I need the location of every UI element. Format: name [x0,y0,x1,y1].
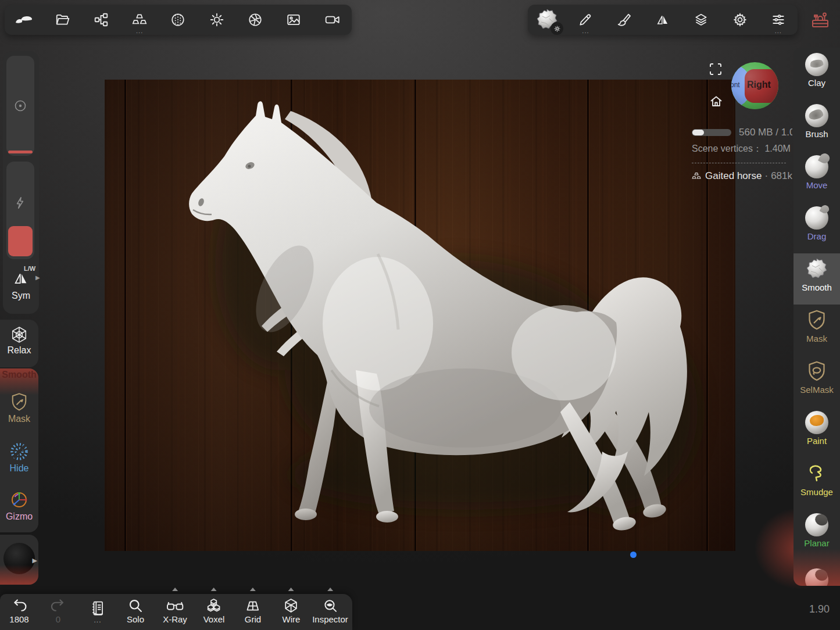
tool-selmask[interactable]: SelMask [793,356,840,407]
relax-web-icon [9,325,29,344]
radius-slider[interactable] [6,56,34,156]
voxel-cubes-icon [206,597,222,614]
intensity-lightning-icon [13,195,28,210]
scene-object-row[interactable]: Gaited horse · 681k [692,170,792,182]
tweaks-button[interactable]: ... [759,5,798,35]
clay-sphere-icon [805,53,828,76]
mask-tool-button[interactable]: Mask [0,392,38,424]
wireframe-hexagon-icon [283,597,299,614]
brush-settings-badge[interactable] [551,22,563,35]
grid-button[interactable]: Grid [245,594,261,624]
memory-bar-fill [692,130,704,135]
fullscreen-button[interactable] [709,63,722,76]
tool-drag[interactable]: Drag [793,202,840,253]
painting-button[interactable] [605,5,644,35]
undo-count: 1808 [9,614,28,624]
move-sphere-icon [805,155,828,178]
tool-label: Paint [793,436,840,446]
stroke-button[interactable]: ... [566,5,605,35]
brush-sphere-icon [805,104,828,127]
tool-move[interactable]: Move [793,151,840,202]
tool-planar[interactable]: Planar [793,509,840,560]
scene-vertices-label: Scene vertices： [692,144,762,153]
scene-page-indicator-dot[interactable] [630,552,637,558]
horse-model[interactable] [105,80,735,551]
solo-magnifier-icon [127,597,144,614]
matcap-panel[interactable]: ▶ [0,535,38,585]
toolbox-button[interactable] [807,7,834,33]
sym-button[interactable] [11,270,31,287]
redo-count: 0 [49,614,67,624]
app-logo-button[interactable] [5,5,43,35]
notes-button[interactable]: ... [90,594,105,623]
inspector-caret [327,588,333,591]
lighting-button[interactable] [198,5,236,35]
tool-label: Move [793,180,840,190]
layers-button[interactable] [682,5,720,35]
tool-mask[interactable]: Mask [793,305,840,356]
scene-graph-button[interactable] [82,5,120,35]
wire-label: Wire [283,614,301,624]
topology-button[interactable]: ... [120,5,159,35]
tool-smooth[interactable]: Smooth [793,253,840,305]
mask-label: Mask [0,414,38,424]
tool-smudge[interactable]: Smudge [793,458,840,509]
tool-label: Clay [793,78,840,88]
postprocess-button[interactable] [236,5,274,35]
tool-paint[interactable]: Paint [793,407,840,458]
postprocess-aperture-icon [248,12,263,27]
material-sphere-icon [170,12,185,27]
drag-sphere-icon [805,206,828,230]
partial-sphere-icon [805,568,828,586]
tweaks-sliders-icon [771,12,786,27]
voxel-button[interactable]: Voxel [203,594,225,624]
wire-button[interactable]: Wire [283,594,301,624]
material-button[interactable] [159,5,197,35]
orientation-ball[interactable]: ont Right [731,62,778,109]
brush-settings-panel: L/W ▶ Sym [3,51,39,314]
stroke-more-dots: ... [582,27,589,34]
layers-stack-icon [694,12,709,27]
redo-button[interactable]: 0 [49,594,67,624]
home-view-button[interactable] [709,94,723,108]
symmetry-button[interactable] [644,5,682,35]
solo-button[interactable]: Solo [127,594,144,624]
hide-tool-button[interactable]: Hide [0,441,38,474]
background-button[interactable] [274,5,313,35]
files-button[interactable] [43,5,81,35]
active-brush-preview-button[interactable] [528,5,566,35]
tool-label: Mask [793,334,840,343]
nomad-sculpt-app: ont Right 560 MB / 1.09 G Scene vertices… [0,0,840,630]
sculpt-viewport[interactable] [105,80,735,551]
radius-circle-dot-icon [12,98,28,114]
xray-label: X-Ray [163,614,187,624]
tool-clay[interactable]: Clay [793,49,840,100]
turntable-button[interactable] [313,5,352,35]
tool-label: Planar [793,538,840,548]
tool-label: Brush [793,129,840,139]
main-toolbar-right: ... [528,5,798,35]
settings-button[interactable] [720,5,759,35]
topology-more-dots: ... [136,27,143,34]
relax-tool-button[interactable]: Relax [0,320,38,367]
active-brush-preview [535,8,559,31]
undo-button[interactable]: 1808 [9,594,28,624]
xray-button[interactable]: X-Ray [163,594,187,624]
inspector-label: Inspector [312,614,348,624]
radius-slider-fill [8,151,33,153]
matcap-expand-caret[interactable]: ▶ [33,557,37,564]
tool-label: Smudge [793,487,840,497]
scene-vertices-row: Scene vertices： 1.40M [692,143,792,155]
smudge-finger-icon [805,462,828,485]
intensity-slider[interactable] [6,162,34,259]
bottom-toolbar: 1808 0 ... [0,594,352,630]
tool-brush[interactable]: Brush [793,100,840,151]
paint-sphere-icon [805,411,828,434]
tool-next-partial[interactable] [793,560,840,586]
gizmo-tool-button[interactable]: Gizmo [0,489,38,522]
sym-expand-caret[interactable]: ▶ [35,274,40,281]
stroke-pencil-icon [578,12,593,27]
inspector-button[interactable]: Inspector [312,594,348,624]
tool-label: Smooth [793,282,840,292]
toolbox-icon [810,10,830,29]
